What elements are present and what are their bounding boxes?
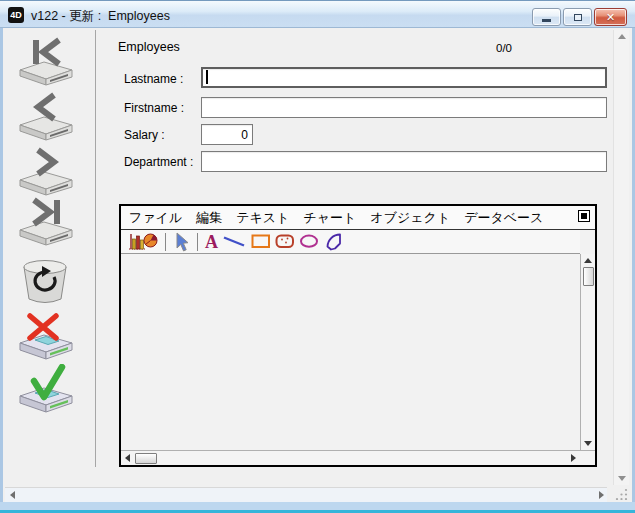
scroll-left-arrow-icon[interactable] [121,452,134,465]
text-tool[interactable]: A [205,233,218,251]
first-record-icon [15,36,77,86]
line-tool[interactable] [222,234,247,249]
chart-horizontal-scrollbar[interactable] [121,450,580,465]
menu-file[interactable]: ファイル [129,209,182,227]
titlebar[interactable]: 4D v122 - 更新 : Employees ✕ [0,0,635,28]
lastname-field[interactable] [201,67,607,88]
arc-icon [324,232,344,251]
last-record-icon [15,196,77,246]
sidebar-separator [95,30,96,467]
toolbar-separator [165,233,166,251]
text-tool-icon: A [205,233,218,251]
next-record-icon [15,146,77,196]
window-scroll-down-icon[interactable] [618,476,626,481]
menu-edit[interactable]: 編集 [196,209,222,227]
rectangle-tool[interactable] [251,234,271,249]
salary-label: Salary : [124,128,165,142]
app-icon: 4D [8,7,24,23]
ellipse-icon [299,234,320,249]
subwindow-widget-icon[interactable] [578,210,590,222]
trash-icon [15,258,77,306]
first-record-button[interactable] [15,36,79,88]
previous-record-icon [15,91,77,141]
next-record-button[interactable] [15,146,79,198]
rounded-rectangle-icon [275,234,295,249]
window-vertical-scrollbar[interactable] [613,30,629,485]
scroll-right-arrow-icon[interactable] [567,452,580,465]
resize-grip-icon[interactable] [614,488,628,500]
department-label: Department : [124,155,193,169]
chart-canvas[interactable] [121,254,580,450]
window-scroll-up-icon[interactable] [618,34,626,39]
cancel-cross-icon [15,313,77,361]
window-scroll-right-icon[interactable] [599,491,604,499]
table-name-label: Employees [118,40,180,54]
rectangle-icon [251,234,271,249]
chart-type-tool[interactable] [127,232,158,252]
minimize-icon [542,19,551,22]
accept-record-button[interactable] [15,364,79,414]
line-icon [222,234,247,249]
chart-type-icon [127,232,158,252]
toolbar-separator [197,233,198,251]
close-button[interactable]: ✕ [594,8,627,26]
firstname-field[interactable] [201,97,607,118]
previous-record-button[interactable] [15,91,79,143]
scrollbar-corner [580,450,595,465]
window-horizontal-scrollbar[interactable] [5,487,607,502]
pointer-icon [173,232,190,252]
scroll-up-arrow-icon[interactable] [582,254,595,267]
arc-tool[interactable] [324,232,344,251]
window-scroll-left-icon[interactable] [10,491,15,499]
app-window: 4D v122 - 更新 : Employees ✕ [0,0,635,513]
menu-chart[interactable]: チャート [303,209,356,227]
restore-icon [574,14,582,21]
pointer-tool[interactable] [173,232,190,252]
restore-button[interactable] [563,8,592,26]
scroll-down-arrow-icon[interactable] [582,437,595,450]
minimize-button[interactable] [532,8,561,26]
vertical-scroll-thumb[interactable] [583,267,594,286]
delete-record-button[interactable] [15,258,79,306]
ellipse-tool[interactable] [299,234,320,249]
window-title: v122 - 更新 : Employees [31,8,170,25]
record-counter: 0/0 [496,42,512,54]
lastname-label: Lastname : [124,72,183,86]
firstname-label: Firstname : [124,101,184,115]
window-body: Employees 0/0 Lastname : Firstname : Sal… [3,28,632,502]
chart-vertical-scrollbar[interactable] [580,254,595,450]
department-field[interactable] [201,151,607,172]
rounded-rectangle-tool[interactable] [275,234,295,249]
horizontal-scroll-thumb[interactable] [135,453,157,464]
menu-database[interactable]: データベース [464,209,543,227]
menu-text[interactable]: テキスト [236,209,289,227]
chart-menubar: ファイル 編集 テキスト チャート オブジェクト データベース [121,206,595,230]
accept-check-icon [15,364,77,414]
window-bottom-frame [0,502,635,513]
text-caret [206,70,208,84]
chart-toolbar: A [121,230,580,254]
menu-object[interactable]: オブジェクト [370,209,450,227]
cancel-record-button[interactable] [15,313,79,361]
last-record-button[interactable] [15,196,79,248]
salary-field[interactable] [201,124,253,145]
chart-editor-subwindow: ファイル 編集 テキスト チャート オブジェクト データベース [119,204,597,467]
